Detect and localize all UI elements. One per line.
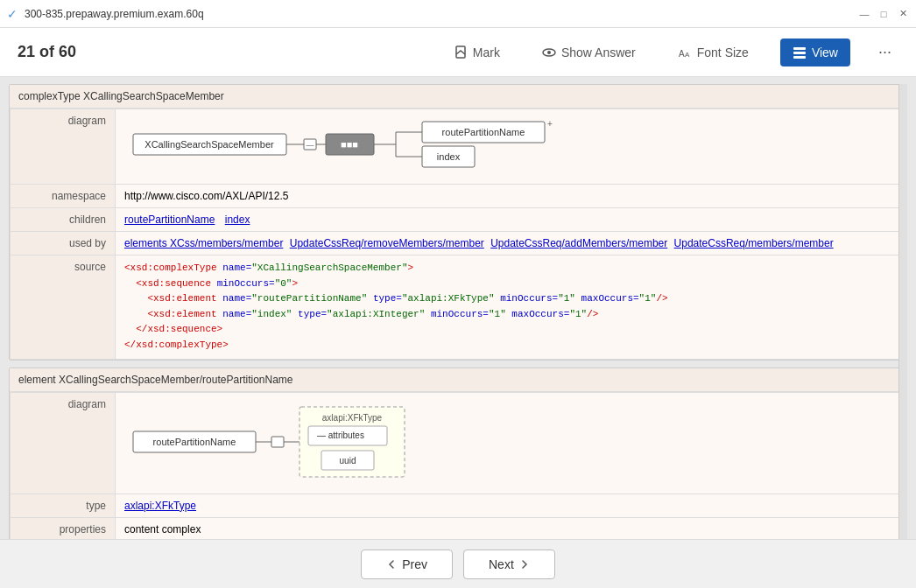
question-count: 21 of 60 (18, 43, 422, 61)
next-button[interactable]: Next (463, 550, 555, 579)
diagram-cell: XCallingSearchSpaceMember — ■■■ (116, 109, 906, 185)
usedby-link-2[interactable]: UpdateCssReq/removeMembers/member (290, 237, 484, 249)
font-size-button[interactable]: AA Font Size (667, 40, 759, 65)
type-link[interactable]: axlapi:XFkType (124, 500, 196, 512)
table-row: children routePartitionName index (11, 208, 906, 232)
namespace-value: http://www.cisco.com/AXL/API/12.5 (116, 185, 906, 208)
view-icon (793, 46, 807, 60)
table-row: properties content complex (11, 517, 906, 539)
svg-text:A: A (685, 51, 690, 59)
children-link-index[interactable]: index (225, 214, 250, 226)
svg-text:XCallingSearchSpaceMember: XCallingSearchSpaceMember (144, 139, 274, 150)
font-size-icon: AA (678, 46, 692, 60)
svg-text:+: + (547, 119, 553, 129)
maximize-button[interactable]: □ (877, 8, 890, 20)
section2-header: element XCallingSearchSpaceMember/routeP… (10, 368, 906, 392)
svg-text:index: index (437, 151, 461, 162)
close-button[interactable]: ✕ (897, 8, 909, 20)
schema-diagram-2: routePartitionName axlapi:XFkType — attr… (124, 398, 422, 486)
prev-label: Prev (402, 557, 427, 571)
bookmark-icon (454, 46, 468, 60)
svg-rect-7 (793, 56, 806, 59)
prev-icon (386, 559, 397, 570)
children-value: routePartitionName index (116, 208, 906, 232)
mark-label: Mark (473, 46, 500, 60)
minimize-button[interactable]: — (858, 8, 870, 20)
next-label: Next (489, 557, 514, 571)
bottom-bar: Prev Next (0, 539, 916, 588)
table-row: type axlapi:XFkType (11, 494, 906, 517)
table-row: diagram routePartitionName (11, 392, 906, 494)
children-link-routepartitionname[interactable]: routePartitionName (124, 214, 215, 226)
svg-text:— attributes: — attributes (317, 430, 364, 440)
svg-text:routePartitionName: routePartitionName (153, 437, 236, 447)
section1-header: complexType XCallingSearchSpaceMember (10, 85, 906, 108)
show-answer-button[interactable]: Show Answer (532, 40, 646, 65)
svg-rect-5 (793, 47, 806, 50)
table-row: diagram XCallingSearchSpaceMember — (11, 109, 906, 185)
svg-text:uuid: uuid (340, 456, 356, 466)
app-icon: ✓ (7, 7, 18, 21)
schema-diagram-1: XCallingSearchSpaceMember — ■■■ (124, 115, 580, 176)
main-content: complexType XCallingSearchSpaceMember di… (0, 77, 916, 539)
row-label-diagram: diagram (11, 109, 116, 185)
usedby-link-4[interactable]: UpdateCssReq/members/member (674, 237, 834, 249)
svg-text:routePartitionName: routePartitionName (442, 127, 525, 137)
usedby-link-1[interactable]: elements XCss/members/member (124, 237, 283, 249)
view-label: View (812, 46, 838, 60)
row-label-namespace: namespace (11, 185, 116, 208)
type-value: axlapi:XFkType (116, 494, 906, 517)
font-size-label: Font Size (697, 46, 749, 60)
next-icon (519, 559, 530, 570)
window-controls: — □ ✕ (858, 8, 909, 20)
svg-rect-6 (793, 52, 806, 54)
more-options-button[interactable]: ··· (871, 39, 898, 65)
schema-table-1: diagram XCallingSearchSpaceMember — (10, 108, 906, 360)
diagram2-cell: routePartitionName axlapi:XFkType — attr… (116, 392, 906, 494)
row-label-properties: properties (11, 517, 116, 539)
usedby-value: elements XCss/members/member UpdateCssRe… (116, 232, 906, 256)
row-label-usedby: used by (11, 232, 116, 256)
eye-icon (542, 46, 556, 60)
table-row: source <xsd:complexType name="XCallingSe… (11, 256, 906, 360)
titlebar: ✓ 300-835.prepaway.premium.exam.60q — □ … (0, 0, 916, 28)
window-title: 300-835.prepaway.premium.exam.60q (25, 8, 858, 20)
usedby-link-3[interactable]: UpdateCssReq/addMembers/member (490, 237, 667, 249)
source-value: <xsd:complexType name="XCallingSearchSpa… (116, 256, 906, 360)
svg-rect-0 (456, 46, 465, 58)
show-answer-label: Show Answer (561, 46, 636, 60)
row-label-children: children (11, 208, 116, 232)
prev-button[interactable]: Prev (361, 550, 453, 579)
svg-text:A: A (679, 49, 685, 59)
row-label-diagram2: diagram (11, 392, 116, 494)
row-label-type: type (11, 494, 116, 517)
table-row: used by elements XCss/members/member Upd… (11, 232, 906, 256)
svg-text:—: — (307, 141, 314, 150)
svg-text:axlapi:XFkType: axlapi:XFkType (322, 413, 383, 423)
table-row: namespace http://www.cisco.com/AXL/API/1… (11, 185, 906, 208)
properties-value: content complex (116, 517, 906, 539)
mark-button[interactable]: Mark (443, 40, 511, 65)
view-button[interactable]: View (780, 38, 850, 66)
toolbar: 21 of 60 Mark Show Answer AA Font Size V… (0, 28, 916, 77)
schema-table-2: diagram routePartitionName (10, 392, 906, 539)
svg-rect-29 (271, 437, 284, 447)
right-sidebar (898, 84, 907, 539)
svg-point-2 (547, 51, 551, 54)
row-label-source: source (11, 256, 116, 360)
svg-text:■■■: ■■■ (341, 139, 358, 150)
